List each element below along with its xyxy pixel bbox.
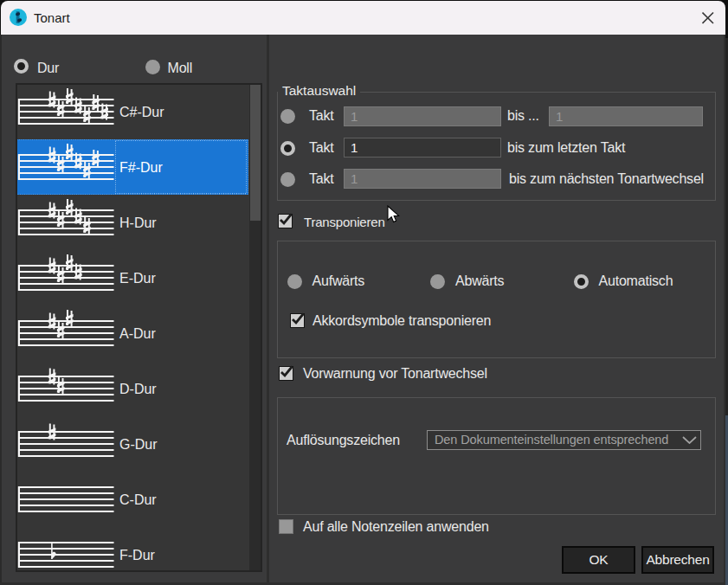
svg-text:E-Dur: E-Dur xyxy=(119,271,156,286)
svg-text:F-Dur: F-Dur xyxy=(119,548,156,562)
svg-text:G-Dur: G-Dur xyxy=(119,437,158,452)
svg-text:F#-Dur: F#-Dur xyxy=(119,160,163,175)
svg-text:H-Dur: H-Dur xyxy=(119,215,157,230)
svg-text:D-Dur: D-Dur xyxy=(119,382,157,396)
svg-text:C-Dur: C-Dur xyxy=(119,492,157,507)
svg-text:A-Dur: A-Dur xyxy=(119,326,156,341)
svg-text:C#-Dur: C#-Dur xyxy=(119,105,164,119)
